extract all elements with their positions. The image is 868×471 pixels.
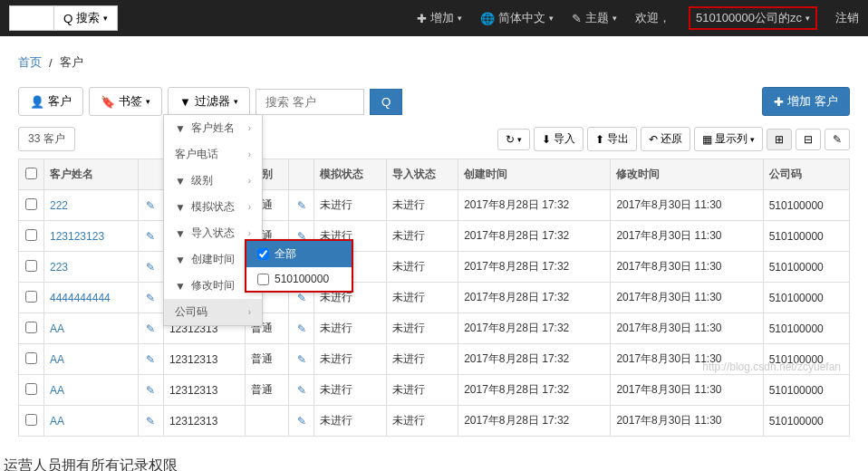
plus-icon: ✚ <box>774 95 784 109</box>
edit-icon[interactable]: ✎ <box>146 261 155 274</box>
header-modified[interactable]: 修改时间 <box>611 159 763 190</box>
nav-logout[interactable]: 注销 <box>835 10 859 26</box>
row-sim: 未进行 <box>314 375 387 406</box>
row-checkbox[interactable] <box>25 291 37 303</box>
columns-button[interactable]: ▦显示列▾ <box>694 127 763 151</box>
header-sim[interactable]: 模拟状态 <box>314 159 387 190</box>
filter-button[interactable]: ▼过滤器▾ <box>168 87 250 116</box>
header-edit1 <box>138 159 163 190</box>
select-all-checkbox[interactable] <box>25 168 37 179</box>
edit-icon[interactable]: ✎ <box>146 353 155 366</box>
edit-icon[interactable]: ✎ <box>146 322 155 335</box>
edit-icon[interactable]: ✎ <box>146 292 155 304</box>
row-checkbox[interactable] <box>25 352 37 364</box>
checkbox-option[interactable] <box>257 274 269 285</box>
customer-search-input[interactable] <box>256 89 364 115</box>
toolbar-main: 👤客户 🔖书签▾ ▼过滤器▾ Q ✚增加 客户 ▼客户姓名› 客户电话› ▼级别… <box>18 80 850 123</box>
row-import: 未进行 <box>386 190 458 221</box>
import-button[interactable]: ⬇导入 <box>534 127 583 151</box>
row-import: 未进行 <box>386 375 458 406</box>
row-phone: 12312313 <box>163 375 245 406</box>
edit-icon[interactable]: ✎ <box>297 415 306 428</box>
add-customer-button[interactable]: ✚增加 客户 <box>762 87 850 116</box>
bookmarks-button[interactable]: 🔖书签▾ <box>89 87 162 116</box>
row-phone: 12312313 <box>163 344 245 375</box>
edit-icon[interactable]: ✎ <box>146 230 155 243</box>
filter-company-submenu: 全部 510100000 <box>245 239 353 293</box>
checkbox-all[interactable] <box>257 248 269 260</box>
global-search-input[interactable] <box>9 5 54 31</box>
row-modified: 2017年8月30日 11:30 <box>611 375 763 406</box>
filter-phone[interactable]: 客户电话› <box>164 141 262 168</box>
submenu-all[interactable]: 全部 <box>246 241 352 267</box>
edit-icon[interactable]: ✎ <box>146 415 155 428</box>
customer-button[interactable]: 👤客户 <box>18 87 83 116</box>
header-import[interactable]: 导入状态 <box>386 159 458 190</box>
submenu-option-1[interactable]: 510100000 <box>246 267 352 291</box>
row-checkbox[interactable] <box>25 414 37 426</box>
nav-add[interactable]: ✚增加▾ <box>417 10 462 26</box>
row-checkbox[interactable] <box>25 322 37 333</box>
breadcrumb-sep: / <box>49 56 53 70</box>
edit-icon[interactable]: ✎ <box>297 199 306 212</box>
permission-note: 运营人员拥有所有记录权限 <box>0 446 868 471</box>
nav-theme[interactable]: ✎主题▾ <box>572 10 617 26</box>
filter-name[interactable]: ▼客户姓名› <box>164 115 262 141</box>
global-search-button[interactable]: Q 搜索 ▾ <box>53 5 118 31</box>
view-grid-small[interactable]: ⊟ <box>796 129 821 150</box>
edit-icon[interactable]: ✎ <box>146 384 155 397</box>
bookmark-icon: 🔖 <box>101 95 115 109</box>
restore-button[interactable]: ↶还原 <box>641 127 690 151</box>
table-row: AA ✎ 12312313 普通 ✎ 未进行 未进行 2017年8月28日 17… <box>19 344 850 375</box>
plus-icon: ✚ <box>417 12 427 25</box>
filter-icon: ▼ <box>175 254 186 266</box>
filter-icon: ▼ <box>175 280 186 293</box>
toolbar-secondary: 33 客户 ↻▾ ⬇导入 ⬆导出 ↶还原 ▦显示列▾ ⊞ ⊟ ✎ <box>18 123 850 159</box>
caret-icon: ▾ <box>103 14 108 23</box>
nav-user-dropdown[interactable]: 510100000公司的zc ▾ <box>689 6 817 30</box>
chevron-right-icon: › <box>248 123 251 133</box>
view-grid-large[interactable]: ⊞ <box>767 129 792 150</box>
customer-search-button[interactable]: Q <box>370 89 402 115</box>
row-checkbox[interactable] <box>25 229 37 241</box>
row-sim: 未进行 <box>314 313 387 344</box>
edit-icon[interactable]: ✎ <box>146 199 155 212</box>
filter-icon: ▼ <box>175 227 186 240</box>
row-name-link[interactable]: 4444444444 <box>50 292 111 304</box>
edit-icon[interactable]: ✎ <box>297 353 306 366</box>
row-name-link[interactable]: AA <box>50 322 64 335</box>
filter-sim[interactable]: ▼模拟状态› <box>164 194 262 220</box>
row-checkbox[interactable] <box>25 383 37 395</box>
refresh-button[interactable]: ↻▾ <box>497 129 530 150</box>
upload-icon: ⬆ <box>595 133 604 146</box>
filter-company-code[interactable]: 公司码› <box>164 299 262 325</box>
filter-icon: ▼ <box>175 122 186 135</box>
nav-language[interactable]: 🌐简体中文▾ <box>480 10 554 26</box>
row-modified: 2017年8月30日 11:30 <box>611 406 763 437</box>
edit-icon[interactable]: ✎ <box>297 292 306 304</box>
row-name-link[interactable]: 123123123 <box>50 230 104 243</box>
row-name-link[interactable]: AA <box>50 384 64 397</box>
header-code[interactable]: 公司码 <box>763 159 849 190</box>
row-import: 未进行 <box>386 406 458 437</box>
chevron-right-icon: › <box>248 149 251 159</box>
row-created: 2017年8月28日 17:32 <box>458 344 611 375</box>
edit-icon[interactable]: ✎ <box>297 384 306 397</box>
row-name-link[interactable]: 223 <box>50 261 68 274</box>
header-name[interactable]: 客户姓名 <box>44 159 139 190</box>
row-name-link[interactable]: 222 <box>50 199 68 212</box>
row-name-link[interactable]: AA <box>50 415 64 428</box>
settings-button[interactable]: ✎ <box>825 129 850 150</box>
row-code: 510100000 <box>763 190 849 221</box>
row-name-link[interactable]: AA <box>50 353 64 366</box>
row-created: 2017年8月28日 17:32 <box>458 252 611 283</box>
grid-large-icon: ⊞ <box>775 133 784 146</box>
filter-level[interactable]: ▼级别› <box>164 168 262 194</box>
edit-icon[interactable]: ✎ <box>297 322 306 335</box>
row-checkbox[interactable] <box>25 198 37 210</box>
breadcrumb-home[interactable]: 首页 <box>18 54 42 71</box>
header-created[interactable]: 创建时间 <box>458 159 611 190</box>
export-button[interactable]: ⬆导出 <box>587 127 637 151</box>
row-checkbox[interactable] <box>25 260 37 272</box>
header-checkbox <box>19 159 44 190</box>
